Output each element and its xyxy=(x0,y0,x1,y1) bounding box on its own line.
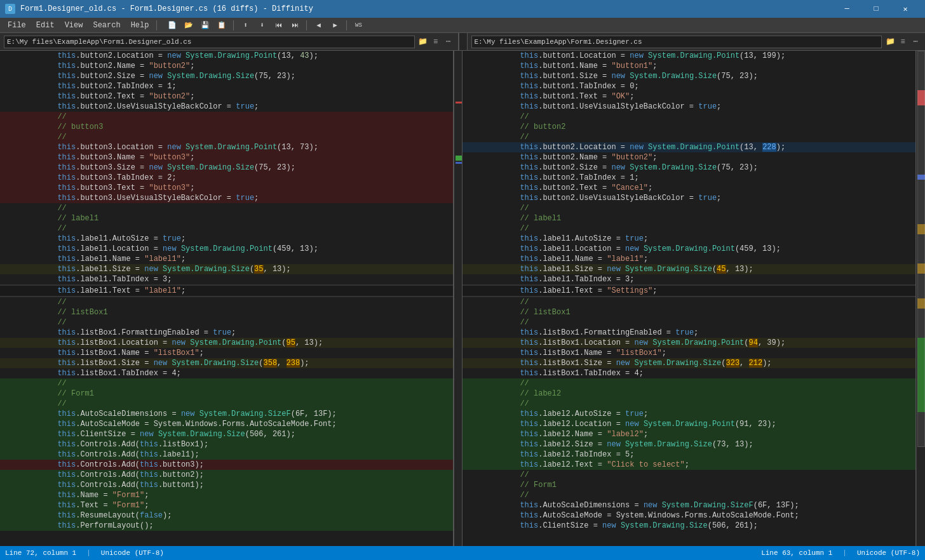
right-path-list-icon[interactable]: ≡ xyxy=(897,36,908,48)
right-line-25: this.listBox1.FormattingEnabled = true; xyxy=(462,328,915,338)
right-line-33: this.ClientSize = new System.Drawing.Siz… xyxy=(462,521,915,531)
toolbar-save[interactable]: 💾 xyxy=(198,18,213,32)
title-bar-controls: ─ □ ✕ xyxy=(832,0,920,18)
left-changed-3: this.listBox1.Location = new System.Draw… xyxy=(0,338,453,348)
left-path-list-icon[interactable]: ≡ xyxy=(430,36,442,48)
menu-file[interactable]: File xyxy=(3,18,31,32)
left-removed-inline: this.Controls.Add(this.button3); xyxy=(0,460,453,470)
right-line-15: // xyxy=(462,203,915,213)
right-line-18: this.label1.AutoSize = true; xyxy=(462,234,915,244)
left-line-5: this.button2.Text = "button2"; xyxy=(0,91,453,102)
left-removed-9: this.button3.UseVisualStyleBackColor = t… xyxy=(0,193,453,203)
toolbar-open[interactable]: 📂 xyxy=(181,18,196,32)
left-line-12: this.label1.Name = "label1"; xyxy=(0,254,453,264)
menu-help[interactable]: Help xyxy=(126,18,154,32)
right-line-32: this.AutoScaleMode = System.Windows.Form… xyxy=(462,510,915,521)
left-line-6: this.button2.UseVisualStyleBackColor = t… xyxy=(0,102,453,112)
right-green-1: // xyxy=(462,378,915,389)
right-line-12: this.button2.TabIndex = 1; xyxy=(462,173,915,183)
right-path-folder-icon[interactable]: 📁 xyxy=(884,36,896,48)
right-minimap xyxy=(916,51,925,546)
right-status-position: Line 63, column 1 xyxy=(761,549,832,557)
left-green-8: this.Controls.Add(this.label1); xyxy=(0,450,453,460)
right-line-22: // xyxy=(462,297,915,307)
left-green-2: // Form1 xyxy=(0,389,453,399)
left-removed-4: this.button3.Location = new System.Drawi… xyxy=(0,142,453,152)
status-right: Line 63, column 1 | Unicode (UTF-8) xyxy=(761,549,920,557)
minimize-button[interactable]: ─ xyxy=(832,0,861,18)
left-line-8: // label1 xyxy=(0,213,453,223)
menu-bar: File Edit View Search Help 📄 📂 💾 📋 ⬆ ⬇ ⏮… xyxy=(0,18,925,33)
right-green-7: this.label2.Size = new System.Drawing.Si… xyxy=(462,439,915,450)
menu-search[interactable]: Search xyxy=(88,18,125,32)
left-path-more-icon[interactable]: ⋯ xyxy=(443,36,454,48)
left-removed-2: // button3 xyxy=(0,122,453,132)
toolbar-next-diff[interactable]: ⬇ xyxy=(254,18,269,32)
right-diff-content[interactable]: this.button1.Location = new System.Drawi… xyxy=(462,51,915,546)
right-green-8: this.label2.TabIndex = 5; xyxy=(462,450,915,460)
left-removed-8: this.button3.Text = "button3"; xyxy=(0,183,453,193)
right-line-27: this.listBox1.TabIndex = 4; xyxy=(462,368,915,378)
maximize-button[interactable]: □ xyxy=(861,0,891,18)
title-bar-title: Form1.Designer_old.cs - Form1.Designer.c… xyxy=(20,4,313,13)
menu-view[interactable]: View xyxy=(60,18,88,32)
menu-edit[interactable]: Edit xyxy=(31,18,60,32)
right-line-5: this.button1.Text = "OK"; xyxy=(462,91,915,102)
right-green-3: // xyxy=(462,399,915,409)
right-line-31: this.AutoScaleDimensions = new System.Dr… xyxy=(462,500,915,510)
right-line-17: // xyxy=(462,223,915,234)
right-line-8: // button2 xyxy=(462,122,915,132)
toolbar-merge-left[interactable]: ◀ xyxy=(311,18,326,32)
right-line-21: this.label1.TabIndex = 3; xyxy=(462,274,915,284)
left-green-4: this.AutoScaleDimensions = new System.Dr… xyxy=(0,409,453,419)
right-path-more-icon[interactable]: ⋯ xyxy=(910,36,921,48)
left-line-3: this.button2.Size = new System.Drawing.S… xyxy=(0,71,453,81)
toolbar-whitespace[interactable]: WS xyxy=(351,18,366,32)
right-line-20: this.label1.Name = "label1"; xyxy=(462,254,915,264)
right-diff-pane: this.button1.Location = new System.Drawi… xyxy=(462,51,916,546)
status-bar: Line 72, column 1 | Unicode (UTF-8) Line… xyxy=(0,546,925,560)
right-green-2: // label2 xyxy=(462,389,915,399)
toolbar-prev-diff[interactable]: ⬆ xyxy=(238,18,253,32)
left-green-11: this.Name = "Form1"; xyxy=(0,490,453,500)
right-line-29: // Form1 xyxy=(462,480,915,490)
left-line-10: this.label1.AutoSize = true; xyxy=(0,234,453,244)
right-path-icons: 📁 ≡ ⋯ xyxy=(884,36,921,48)
right-changed-3: this.listBox1.Location = new System.Draw… xyxy=(462,338,915,348)
left-line-7: // xyxy=(0,203,453,213)
right-line-7: // xyxy=(462,112,915,122)
left-line-19: this.listBox1.TabIndex = 4; xyxy=(0,368,453,378)
right-line-24: // xyxy=(462,317,915,328)
left-path-input[interactable] xyxy=(4,36,415,48)
toolbar-last-diff[interactable]: ⏭ xyxy=(287,18,302,32)
toolbar-sep xyxy=(233,20,234,30)
left-path-icons: 📁 ≡ ⋯ xyxy=(417,36,454,48)
left-line-2: this.button2.Name = "button2"; xyxy=(0,61,453,71)
toolbar-copy[interactable]: 📋 xyxy=(214,18,229,32)
gutter-marker-3 xyxy=(456,162,462,164)
right-line-13: this.button2.Text = "Cancel"; xyxy=(462,183,915,193)
right-path-input[interactable] xyxy=(471,36,882,48)
left-green-3: // xyxy=(0,399,453,409)
right-changed-4: this.listBox1.Size = new System.Drawing.… xyxy=(462,358,915,368)
right-line-3: this.button1.Size = new System.Drawing.S… xyxy=(462,71,915,81)
left-changed-1: this.label1.Size = new System.Drawing.Si… xyxy=(0,264,453,274)
left-removed-7: this.button3.TabIndex = 2; xyxy=(0,173,453,183)
right-green-4: this.label2.AutoSize = true; xyxy=(462,409,915,419)
right-line-1: this.button1.Location = new System.Drawi… xyxy=(462,51,915,61)
toolbar-merge-right[interactable]: ▶ xyxy=(327,18,342,32)
left-path-bar: 📁 ≡ ⋯ xyxy=(0,33,459,50)
right-line-10: this.button2.Name = "button2"; xyxy=(462,152,915,163)
toolbar-first-diff[interactable]: ⏮ xyxy=(271,18,286,32)
right-line-4: this.button1.TabIndex = 0; xyxy=(462,81,915,91)
left-path-folder-icon[interactable]: 📁 xyxy=(417,36,429,48)
left-diff-content[interactable]: this.button2.Location = new System.Drawi… xyxy=(0,51,453,546)
close-button[interactable]: ✕ xyxy=(891,0,920,18)
left-line-11: this.label1.Location = new System.Drawin… xyxy=(0,244,453,254)
toolbar-new[interactable]: 📄 xyxy=(165,18,180,32)
left-line-16: // xyxy=(0,317,453,328)
left-removed-6: this.button3.Size = new System.Drawing.S… xyxy=(0,163,453,173)
right-status-encoding: Unicode (UTF-8) xyxy=(857,549,920,557)
center-gutter xyxy=(454,51,462,546)
right-green-5: this.label2.Location = new System.Drawin… xyxy=(462,419,915,429)
